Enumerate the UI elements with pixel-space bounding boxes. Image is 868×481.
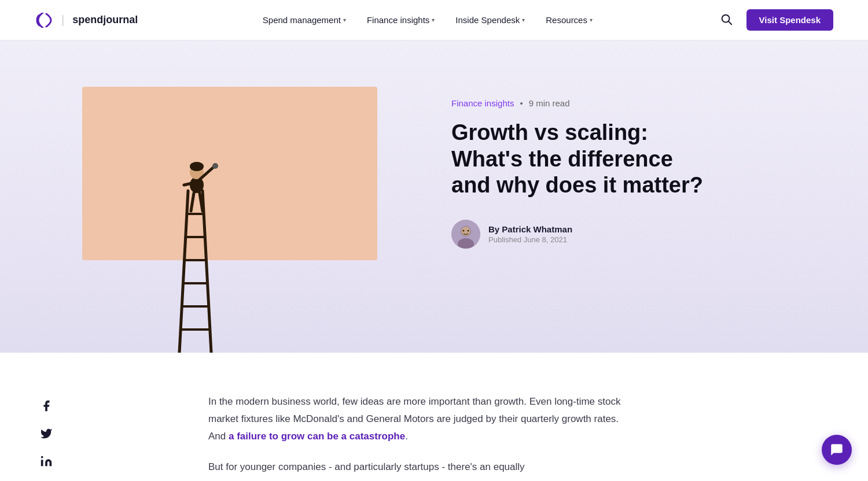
visit-spendesk-button[interactable]: Visit Spendesk — [746, 9, 833, 31]
svg-point-12 — [190, 162, 204, 171]
article-title: Growth vs scaling: What's the difference… — [451, 120, 718, 199]
hero-illustration — [58, 75, 405, 353]
author-published-date: Published June 8, 2021 — [488, 235, 572, 244]
article-paragraph-1: In the modern business world, few ideas … — [208, 393, 625, 445]
chevron-down-icon: ▾ — [522, 17, 525, 23]
ladder-figure-illustration — [145, 87, 260, 353]
svg-point-22 — [463, 230, 465, 231]
social-share-sidebar — [35, 393, 58, 481]
hero-read-time: 9 min read — [529, 98, 570, 108]
svg-point-25 — [41, 456, 43, 458]
chevron-down-icon: ▾ — [432, 17, 435, 23]
author-name: By Patrick Whatman — [488, 224, 572, 234]
hero-separator: • — [520, 98, 523, 108]
chevron-down-icon: ▾ — [343, 17, 346, 23]
twitter-icon — [40, 427, 53, 440]
svg-line-1 — [729, 21, 731, 24]
facebook-share-button[interactable] — [38, 398, 54, 414]
hero-section: Finance insights • 9 min read Growth vs … — [0, 40, 868, 353]
chat-icon — [829, 442, 844, 457]
nav-links: Spend management ▾ Finance insights ▾ In… — [263, 15, 593, 25]
chat-widget-button[interactable] — [822, 435, 852, 465]
search-icon — [720, 13, 733, 25]
article-body: In the modern business world, few ideas … — [208, 393, 625, 481]
svg-rect-24 — [41, 460, 43, 466]
article-paragraph-2: But for younger companies - and particul… — [208, 458, 625, 476]
chevron-down-icon: ▾ — [590, 17, 593, 23]
article-bold-text: a failure to grow can be a catastrophe — [229, 431, 405, 442]
linkedin-icon — [40, 455, 53, 468]
nav-item-spend-management[interactable]: Spend management ▾ — [263, 15, 346, 25]
svg-point-23 — [468, 230, 469, 231]
author-info: By Patrick Whatman Published June 8, 202… — [451, 220, 810, 249]
spendesk-logo-icon — [35, 13, 53, 28]
nav-actions: Visit Spendesk — [718, 9, 833, 31]
hero-category-link[interactable]: Finance insights — [451, 98, 514, 108]
site-logo[interactable]: | spendjournal — [35, 13, 138, 28]
nav-item-finance-insights[interactable]: Finance insights ▾ — [367, 15, 435, 25]
twitter-share-button[interactable] — [38, 426, 54, 442]
logo-divider: | — [61, 13, 64, 27]
nav-item-inside-spendesk[interactable]: Inside Spendesk ▾ — [455, 15, 525, 25]
linkedin-share-button[interactable] — [38, 453, 54, 469]
hero-text-area: Finance insights • 9 min read Growth vs … — [451, 75, 810, 249]
logo-text: spendjournal — [72, 14, 138, 26]
article-section: In the modern business world, few ideas … — [0, 353, 868, 481]
author-avatar — [451, 220, 480, 249]
search-button[interactable] — [718, 10, 735, 29]
svg-line-15 — [191, 193, 194, 211]
svg-point-14 — [212, 163, 218, 169]
author-portrait — [451, 220, 480, 249]
nav-item-resources[interactable]: Resources ▾ — [546, 15, 593, 25]
facebook-icon — [40, 399, 53, 412]
